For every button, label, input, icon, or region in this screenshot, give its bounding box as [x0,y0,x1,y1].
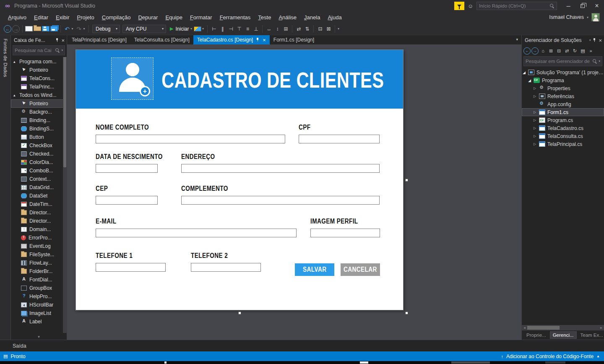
menu-item-janela[interactable]: Janela [300,13,324,22]
field-input-nome[interactable] [96,135,285,143]
restore-button[interactable] [575,0,590,11]
toolbox-item-director[interactable]: Director... [11,217,67,225]
pin-icon[interactable] [593,38,596,42]
scroll-left-icon[interactable]: ◄ [522,326,527,329]
tab-telaconsulta-cs-design[interactable]: TelaConsulta.cs [Design] [130,35,193,44]
field-input-cpf[interactable] [299,135,380,143]
toolbox-group-programa-com[interactable]: ▴Programa com... [11,57,67,66]
open-file-icon[interactable] [34,26,41,31]
tree-expanded-arrow-icon[interactable]: ◢ [523,70,528,75]
toolbox-item-imagelist[interactable]: ImageList [11,309,67,317]
form-header-panel[interactable]: + CADASTRO DE CLIENTES [76,50,403,109]
menu-item-exibir[interactable]: Exibir [52,13,73,22]
scrollbar-thumb[interactable] [63,57,66,167]
tree-collapsed-arrow-icon[interactable]: ▷ [534,94,539,98]
quick-launch-input[interactable] [479,3,550,8]
toolbox-item-telaprinc[interactable]: TelaPrinc... [11,83,67,91]
menu-item-arquivo[interactable]: Arquivo [4,13,30,22]
toolbox-item-backgro[interactable]: Backgro... [11,108,67,116]
design-surface[interactable]: + CADASTRO DE CLIENTES NOME COMPLETOCPFD… [67,44,521,340]
tree-expanded-arrow-icon[interactable]: ◢ [528,78,533,83]
align-bottoms-icon[interactable]: ⊥ [252,25,260,33]
field-input-email[interactable] [96,229,297,237]
align-rights-icon[interactable]: ⊣ [227,25,234,33]
solution-search-input[interactable] [526,59,591,64]
tab-telacadastro-cs-design[interactable]: TelaCadastro.cs [Design]× [193,35,270,44]
field-input-tel1[interactable] [96,263,166,272]
resize-handle-bottom[interactable] [238,312,241,315]
make-horizontal-spacing-equal-icon[interactable]: ⇄ [295,25,302,33]
chevron-down-icon[interactable]: ▾ [589,39,591,42]
send-feedback-icon[interactable]: ☺ [468,3,473,9]
field-input-complemento[interactable] [181,196,380,205]
bring-to-front-icon[interactable]: ⊟ [316,25,324,33]
undo-dropdown-icon[interactable]: ▾ [70,25,74,33]
toolbox-item-binding[interactable]: Binding... [11,116,67,125]
panel-tab-proprie[interactable]: Proprie... [523,331,549,339]
toolbox-item-dataset[interactable]: DataSet [11,192,67,200]
collapse-all-icon[interactable]: ⊟ [555,47,562,55]
align-middles-icon[interactable]: ≡ [244,25,251,33]
tree-item-programa[interactable]: ◢Programa [522,76,604,84]
tree-collapsed-arrow-icon[interactable]: ▷ [534,110,539,114]
tab-telaprincipal-cs-design[interactable]: TelaPrincipal.cs [Design] [68,35,130,44]
start-dropdown-icon[interactable]: ▾ [189,25,193,33]
pin-icon[interactable] [55,38,59,42]
tree-collapsed-arrow-icon[interactable]: ▷ [534,134,539,138]
minimize-button[interactable]: ─ [561,0,575,11]
undo-icon[interactable]: ↶ [63,25,71,33]
solution-search-box[interactable]: ▾ [523,56,602,66]
toolbox-item-combob[interactable]: ComboB... [11,166,67,175]
avatar[interactable] [591,13,600,21]
menu-item-analise[interactable]: Análise [275,13,300,22]
refresh-icon[interactable]: ↻ [571,47,578,55]
debug-history-icon[interactable] [194,26,201,31]
solution-horizontal-scrollbar[interactable]: ◄ ► [522,325,604,330]
toolbox-scrollbar[interactable] [63,57,67,333]
tree-item-solucao-programa-1-projeto[interactable]: ◢Solução 'Programa' (1 projeto) [522,68,604,76]
toolbox-item-datagrid[interactable]: DataGrid... [11,183,67,192]
document-list-chevron-icon[interactable]: ▾ [516,37,518,42]
new-file-icon[interactable] [25,26,33,31]
toolbox-item-errorpro[interactable]: ErrorPro... [11,234,67,242]
make-same-size-icon[interactable]: ⊞ [282,25,289,33]
toolbox-item-ponteiro[interactable]: Ponteiro [11,66,67,74]
field-input-cep[interactable] [96,196,158,205]
debug-history-dropdown-icon[interactable]: ▾ [201,25,205,33]
feedback-filter-button[interactable] [454,2,464,10]
profile-picture-box[interactable]: + [111,57,154,100]
tree-item-telacadastro-cs[interactable]: ▷TelaCadastro.cs [522,124,604,132]
toolbox-item-director[interactable]: Director... [11,208,67,217]
start-debug-button[interactable]: ▶Iniciar [170,26,189,32]
toolbox-item-checkbox[interactable]: CheckBox [11,141,67,150]
resize-handle-right[interactable] [405,179,408,182]
pin-icon[interactable] [256,38,260,42]
client-form[interactable]: + CADASTRO DE CLIENTES NOME COMPLETOCPFD… [76,49,404,310]
toolbox-search-input[interactable] [15,48,54,53]
menu-item-compilacao[interactable]: Compilação [98,13,135,22]
tab-form1-cs-design[interactable]: Form1.cs [Design] [270,35,318,44]
data-sources-tab[interactable]: Fontes de Dados [3,39,8,340]
toolbox-item-fontdial[interactable]: FontDial... [11,276,67,284]
send-to-back-icon[interactable]: ⊠ [325,25,332,33]
redo-dropdown-icon[interactable]: ▾ [82,25,86,33]
switch-views-icon[interactable]: ⊞ [547,47,555,55]
tree-collapsed-arrow-icon[interactable]: ▷ [534,118,539,122]
make-same-height-icon[interactable]: ↕ [273,25,281,33]
solution-configurations-combo[interactable]: Debug▾ [92,25,120,33]
close-icon[interactable]: × [599,37,602,44]
close-button[interactable]: × [590,0,604,11]
align-tops-icon[interactable]: ⊤ [235,25,243,33]
scrollbar-thumb[interactable] [527,326,560,330]
toolbox-item-ponteiro[interactable]: Ponteiro [11,99,67,108]
toolbox-item-telacons[interactable]: TelaCons... [11,74,67,83]
scroll-right-icon[interactable]: ► [599,326,604,329]
field-input-tel2[interactable] [191,263,261,272]
source-control-button[interactable]: ↑ Adicionar ao Controle do Código-Fonte … [501,354,600,359]
toolbox-item-context[interactable]: Context... [11,175,67,183]
close-icon[interactable]: × [263,37,266,43]
output-window-icon[interactable]: ▤ [3,354,8,359]
cancel-button[interactable]: CANCELAR [341,263,380,276]
tree-item-properties[interactable]: ▷Properties [522,84,604,92]
navigate-backward-icon[interactable]: ← [4,25,11,33]
